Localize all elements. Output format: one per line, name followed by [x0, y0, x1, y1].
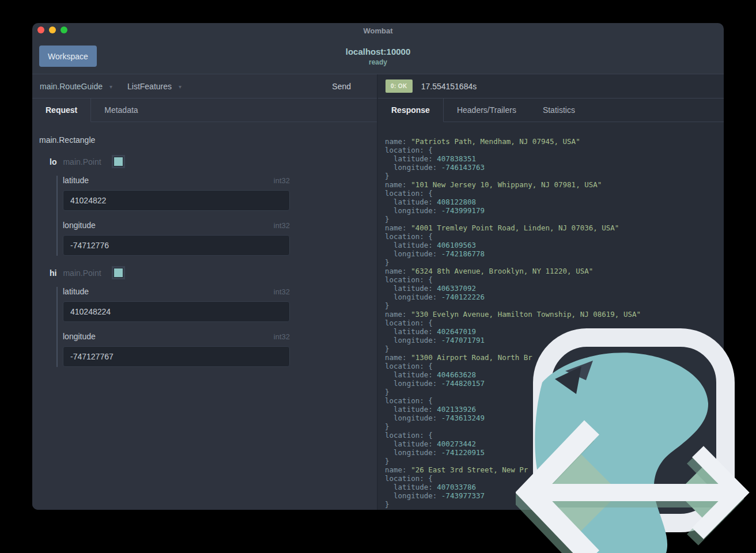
- response-line: name: "Patriots Path, Mendham, NJ 07945,…: [385, 137, 724, 146]
- field-type: int32: [274, 287, 290, 296]
- latitude-input[interactable]: [63, 190, 290, 211]
- response-line: longitude: -743999179: [385, 206, 724, 215]
- wombat-logo: [516, 323, 756, 553]
- response-line: }: [385, 172, 724, 180]
- tab-statistics[interactable]: Statistics: [530, 99, 588, 122]
- field-label: longitude: [63, 221, 96, 230]
- tab-headers-trailers[interactable]: Headers/Trailers: [444, 99, 530, 122]
- title-bar: Wombat: [32, 23, 724, 37]
- response-line: name: "4001 Tremley Point Road, Linden, …: [385, 224, 724, 232]
- elapsed-time: 17.554151684s: [421, 82, 477, 91]
- minimize-button[interactable]: [49, 26, 56, 33]
- response-line: location: {: [385, 275, 724, 284]
- message-enabled-checkbox[interactable]: [114, 157, 123, 166]
- group-name: hi: [50, 268, 56, 278]
- field-label: latitude: [63, 176, 89, 185]
- tab-response[interactable]: Response: [378, 99, 444, 122]
- field-latitude: latitude int32: [63, 287, 290, 322]
- field-label: latitude: [63, 287, 89, 296]
- response-line: location: {: [385, 232, 724, 241]
- connection-info: localhost:10000 ready: [32, 47, 724, 66]
- latitude-input[interactable]: [63, 301, 290, 322]
- field-type: int32: [274, 176, 290, 185]
- field-latitude: latitude int32: [63, 176, 290, 211]
- response-line: latitude: 406337092: [385, 284, 724, 293]
- message-enabled-checkbox[interactable]: [114, 268, 123, 278]
- response-line: }: [385, 301, 724, 310]
- chevron-down-icon: ▾: [179, 84, 182, 90]
- response-line: name: "330 Evelyn Avenue, Hamilton Towns…: [385, 310, 724, 319]
- message-type-label: main.Rectangle: [39, 135, 369, 145]
- response-line: name: "101 New Jersey 10, Whippany, NJ 0…: [385, 180, 724, 189]
- response-line: }: [385, 258, 724, 267]
- tabs-filler: [588, 99, 724, 122]
- request-toolbar: main.RouteGuide ▾ ListFeatures ▾ Send: [32, 74, 377, 99]
- tabs-filler: [152, 99, 377, 122]
- field-label: longitude: [63, 332, 96, 341]
- longitude-input[interactable]: [63, 346, 290, 367]
- response-toolbar: 0: OK 17.554151684s: [378, 74, 724, 99]
- field-longitude: longitude int32: [63, 332, 290, 367]
- response-line: latitude: 406109563: [385, 241, 724, 249]
- group-type: main.Point: [63, 157, 101, 166]
- group-name: lo: [50, 157, 56, 166]
- response-line: longitude: -746143763: [385, 163, 724, 172]
- zoom-button[interactable]: [61, 26, 67, 33]
- field-type: int32: [274, 221, 290, 230]
- request-tabs: Request Metadata: [32, 99, 377, 122]
- field-group-hi: hi main.Point latitude int32: [39, 268, 369, 367]
- field-group-lo: lo main.Point latitude int32: [39, 157, 369, 256]
- response-line: latitude: 408122808: [385, 198, 724, 206]
- response-line: latitude: 407838351: [385, 154, 724, 163]
- status-badge: 0: OK: [385, 79, 413, 93]
- service-select[interactable]: main.RouteGuide: [40, 82, 103, 91]
- request-panel: main.RouteGuide ▾ ListFeatures ▾ Send Re…: [32, 74, 378, 510]
- tab-request[interactable]: Request: [32, 99, 91, 122]
- response-tabs: Response Headers/Trailers Statistics: [378, 99, 724, 122]
- response-line: }: [385, 215, 724, 224]
- window-title: Wombat: [32, 23, 724, 39]
- close-button[interactable]: [37, 26, 44, 33]
- response-line: location: {: [385, 146, 724, 154]
- longitude-input[interactable]: [63, 235, 290, 256]
- server-address: localhost:10000: [32, 47, 724, 56]
- response-line: longitude: -740122226: [385, 293, 724, 301]
- field-type: int32: [274, 332, 290, 341]
- tab-metadata[interactable]: Metadata: [91, 99, 151, 122]
- response-line: location: {: [385, 189, 724, 198]
- field-longitude: longitude int32: [63, 221, 290, 256]
- traffic-lights: [37, 26, 67, 33]
- method-select[interactable]: ListFeatures: [127, 82, 172, 91]
- send-button[interactable]: Send: [332, 82, 351, 91]
- response-line: name: "6324 8th Avenue, Brooklyn, NY 112…: [385, 267, 724, 275]
- chevron-down-icon: ▾: [109, 84, 112, 90]
- app-header: Workspace localhost:10000 ready: [32, 37, 724, 74]
- response-line: longitude: -742186778: [385, 249, 724, 258]
- connection-status: ready: [32, 58, 724, 66]
- group-type: main.Point: [63, 268, 101, 278]
- request-form: main.Rectangle lo main.Point latitude in…: [32, 122, 377, 510]
